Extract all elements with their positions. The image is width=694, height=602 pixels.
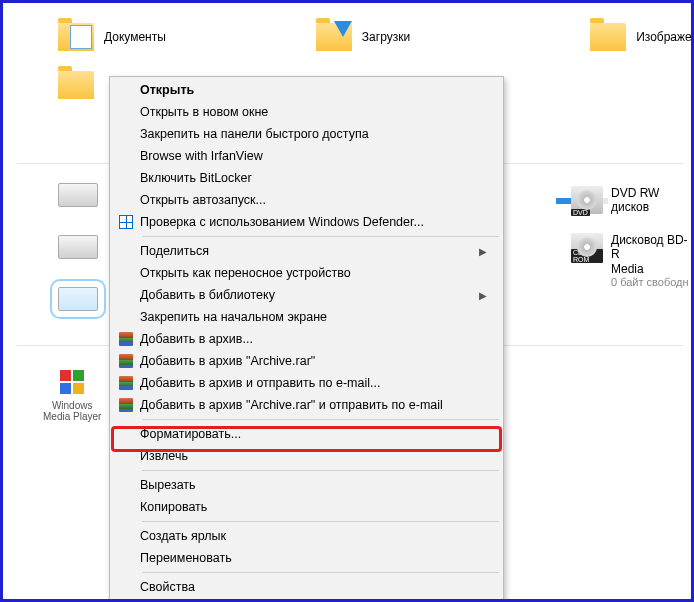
library-label: Документы (104, 30, 166, 44)
menu-copy[interactable]: Копировать (112, 496, 501, 518)
menu-archive-email[interactable]: Добавить в архив и отправить по e-mail..… (112, 372, 501, 394)
submenu-arrow-icon: ▶ (479, 290, 493, 301)
menu-rename[interactable]: Переименовать (112, 547, 501, 569)
menu-add-archive[interactable]: Добавить в архив... (112, 328, 501, 350)
menu-bitlocker[interactable]: Включить BitLocker (112, 167, 501, 189)
drives-column (58, 183, 108, 339)
menu-cut[interactable]: Вырезать (112, 474, 501, 496)
winrar-icon (119, 332, 133, 346)
drive-label: DVD RW дисков (611, 186, 691, 215)
wmp-icon (56, 366, 88, 398)
winrar-icon (119, 354, 133, 368)
drive-label: Дисковод BD-R Media 0 байт свободн (611, 233, 691, 289)
menu-format[interactable]: Форматировать... (112, 423, 501, 445)
submenu-arrow-icon: ▶ (479, 246, 493, 257)
library-pictures[interactable]: Изображения (590, 23, 694, 51)
context-menu: Открыть Открыть в новом окне Закрепить н… (109, 76, 504, 601)
menu-autoplay[interactable]: Открыть автозапуск... (112, 189, 501, 211)
winrar-icon (119, 376, 133, 390)
library-generic-folder[interactable] (58, 71, 94, 99)
folder-icon (58, 71, 94, 99)
menu-browse-irfanview[interactable]: Browse with IrfanView (112, 145, 501, 167)
drive-icon-selected[interactable] (58, 287, 98, 311)
dvd-icon: DVD (571, 186, 603, 214)
menu-defender[interactable]: Проверка с использованием Windows Defend… (112, 211, 501, 233)
separator (142, 419, 499, 420)
menu-open[interactable]: Открыть (112, 79, 501, 101)
separator (142, 572, 499, 573)
menu-add-archive-rar[interactable]: Добавить в архив "Archive.rar" (112, 350, 501, 372)
library-row: Документы Загрузки Изображения (3, 23, 691, 51)
bd-drive[interactable]: CD-ROM Дисковод BD-R Media 0 байт свобод… (571, 233, 691, 289)
library-label: Изображения (636, 30, 694, 44)
separator (142, 236, 499, 237)
library-downloads[interactable]: Загрузки (316, 23, 410, 51)
documents-icon (58, 23, 94, 51)
menu-eject[interactable]: Извлечь (112, 445, 501, 467)
wmp-shortcut[interactable]: Windows Media Player (43, 366, 101, 422)
defender-icon (119, 215, 133, 229)
library-documents[interactable]: Документы (58, 23, 166, 51)
menu-create-shortcut[interactable]: Создать ярлык (112, 525, 501, 547)
menu-properties[interactable]: Свойства (112, 576, 501, 598)
library-label: Загрузки (362, 30, 410, 44)
menu-share[interactable]: Поделиться ▶ (112, 240, 501, 262)
drive-icon[interactable] (58, 235, 98, 259)
drive-icon[interactable] (58, 183, 98, 207)
separator (142, 521, 499, 522)
menu-archive-rar-email[interactable]: Добавить в архив "Archive.rar" и отправи… (112, 394, 501, 416)
separator (142, 470, 499, 471)
winrar-icon (119, 398, 133, 412)
menu-pin-start[interactable]: Закрепить на начальном экране (112, 306, 501, 328)
menu-add-library[interactable]: Добавить в библиотеку ▶ (112, 284, 501, 306)
cdrom-icon: CD-ROM (571, 233, 603, 261)
menu-portable-device[interactable]: Открыть как переносное устройство (112, 262, 501, 284)
pictures-icon (590, 23, 626, 51)
downloads-icon (316, 23, 352, 51)
dvd-drive[interactable]: DVD DVD RW дисков (571, 186, 691, 215)
optical-drives: DVD DVD RW дисков CD-ROM Дисковод BD-R M… (571, 186, 691, 307)
menu-open-new-window[interactable]: Открыть в новом окне (112, 101, 501, 123)
menu-pin-quick-access[interactable]: Закрепить на панели быстрого доступа (112, 123, 501, 145)
